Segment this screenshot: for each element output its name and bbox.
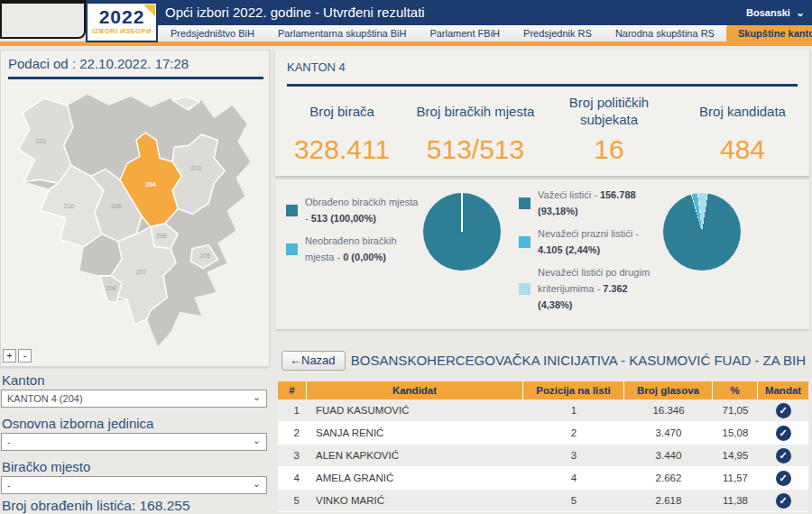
map-label-203: 203 — [190, 165, 201, 171]
cell-num: 3 — [278, 445, 307, 466]
map-panel: Podaci od : 22.10.2022. 17:28 201 203 20… — [0, 50, 270, 367]
bih-map-svg: 201 203 204 205 206 207 208 209 210 — [3, 82, 268, 348]
table-row: 1 FUAD KASUMOVIĆ 1 16.346 71,05 ✓ — [278, 399, 808, 422]
cell-pct: 15,08 — [713, 422, 758, 444]
cell-kandidat: SANJA RENIĆ — [307, 422, 523, 444]
tab-skupstine-kantona-fbih[interactable]: Skupštine kantona u FBiH — [726, 25, 812, 41]
bih-map[interactable]: 201 203 204 205 206 207 208 209 210 — [3, 82, 268, 348]
language-label: Bosanski — [746, 7, 790, 18]
data-timestamp: Podaci od : 22.10.2022. 17:28 — [8, 56, 189, 71]
cell-mandat: ✓ — [758, 445, 808, 466]
map-label-207: 207 — [136, 269, 147, 275]
col-header-pozicija: Pozicija na listi — [523, 381, 624, 399]
cell-num: 1 — [278, 399, 307, 421]
cell-glasova: 16.346 — [624, 399, 713, 421]
legend-text: Nevažeći prazni listići - 4.105 (2,44%) — [538, 226, 656, 258]
legend-item: Neobrađeno biračkih mjesta - 0 (0,00%) — [286, 234, 423, 265]
legend-text: Nevažeći listići po drugim kriterijumima… — [538, 265, 656, 313]
map-label-206: 206 — [111, 203, 122, 209]
cell-pct: 14,95 — [713, 445, 758, 466]
map-label-208: 208 — [106, 285, 116, 291]
cell-pozicija: 4 — [523, 467, 624, 489]
tab-predsjednistvo-bih[interactable]: Predsjedništvo BiH — [159, 25, 266, 41]
page-title: Opći izbori 2022. godine - Utvrđeni rezu… — [165, 0, 425, 25]
kanton-select-wrap: KANTON 4 (204) ⌄ — [1, 390, 267, 408]
cell-glasova: 3.440 — [624, 445, 713, 466]
map-label-210: 210 — [64, 203, 75, 209]
language-selector[interactable]: Bosanski⌄ — [746, 0, 805, 25]
cell-mandat: ✓ — [758, 422, 808, 444]
tab-parlament-fbih[interactable]: Parlament FBiH — [418, 25, 512, 41]
legend-swatch-teal — [286, 205, 298, 216]
ballots-pie-chart — [663, 193, 741, 271]
table-header-row: # Kandidat Pozicija na listi Broj glasov… — [278, 381, 808, 399]
col-header-num: # — [278, 381, 307, 399]
map-label-209: 209 — [156, 233, 167, 239]
col-header-pct: % — [713, 381, 758, 399]
legend-swatch-teal — [519, 197, 531, 209]
cell-mandat: ✓ — [758, 490, 808, 511]
stat-value: 484 — [676, 134, 809, 165]
back-button[interactable]: ←Nazad — [281, 351, 346, 371]
map-label-204: 204 — [145, 181, 156, 188]
canton-stats-card: KANTON 4 Broj birača 328.411 Broj biračk… — [275, 50, 809, 176]
cell-pozicija: 1 — [523, 399, 624, 421]
biracko-mjesto-select[interactable]: - — [1, 476, 267, 494]
mandate-check-icon: ✓ — [776, 403, 791, 418]
cell-kandidat: VINKO MARIĆ — [307, 490, 523, 511]
stat-label: Broj političkih subjekata — [542, 91, 676, 133]
pie-slice-divider — [461, 193, 463, 232]
kanton-select[interactable]: KANTON 4 (204) — [1, 390, 267, 408]
table-row: 4 AMELA GRANIĆ 4 2.662 11,57 ✓ — [278, 467, 808, 490]
mandate-check-icon: ✓ — [776, 448, 791, 464]
cell-kandidat: FUAD KASUMOVIĆ — [307, 399, 523, 421]
cell-mandat: ✓ — [758, 467, 808, 489]
cell-num: 2 — [278, 422, 307, 444]
cell-glasova: 3.470 — [624, 422, 713, 444]
chevron-down-icon: ⌄ — [796, 6, 805, 19]
legend-text: Važeći listići - 156.788 (93,18%) — [538, 188, 656, 219]
map-zoom-out-button[interactable]: - — [18, 349, 32, 363]
col-header-kandidat: Kandidat — [307, 381, 523, 399]
legend-item: Nevažeći listići po drugim kriterijumima… — [519, 265, 656, 313]
cell-glasova: 2.618 — [624, 490, 713, 511]
candidates-table: # Kandidat Pozicija na listi Broj glasov… — [278, 381, 808, 512]
cell-num: 4 — [278, 467, 307, 489]
stats-row: Broj birača 328.411 Broj biračkih mjesta… — [275, 91, 809, 165]
map-label-201: 201 — [36, 138, 47, 144]
nav-tabs: Predsjedništvo BiH Parlamentarna skupšti… — [159, 25, 812, 41]
stat-label: Broj kandidata — [676, 91, 809, 133]
logo-caption: IZBORI ИЗБОРИ — [88, 27, 156, 35]
stat-label: Broj biračkih mjesta — [409, 91, 542, 133]
legend-swatch-blue — [286, 243, 298, 255]
mandate-check-icon: ✓ — [776, 471, 791, 486]
flag-triangle-icon — [143, 5, 155, 16]
divider — [287, 84, 798, 87]
corner-box — [0, 0, 86, 39]
tab-narodna-skupstina-rs[interactable]: Narodna skupština RS — [604, 25, 726, 41]
izborna-jedinica-select[interactable]: - — [1, 433, 267, 451]
legend-swatch-pale-blue — [519, 283, 531, 295]
map-zoom-in-button[interactable]: + — [3, 349, 16, 363]
tab-predsjednik-rs[interactable]: Predsjednik RS — [512, 25, 604, 41]
stat-birackih-mjesta: Broj biračkih mjesta 513/513 — [409, 91, 542, 165]
pie-charts-card: Obrađeno biračkih mjesta - 513 (100,00%)… — [275, 180, 809, 329]
stat-broj-biraca: Broj birača 328.411 — [275, 91, 409, 165]
legend-item: Obrađeno biračkih mjesta - 513 (100,00%) — [286, 195, 423, 226]
divider — [8, 77, 263, 79]
cell-num: 5 — [278, 490, 307, 511]
cell-pct: 11,38 — [713, 490, 758, 511]
biracko-mjesto-label: Biračko mjesto — [2, 459, 90, 474]
biracko-mjesto-select-wrap: - ⌄ — [1, 476, 267, 494]
table-row: 2 SANJA RENIĆ 2 3.470 15,08 ✓ — [278, 422, 808, 445]
candidate-list-title: BOSANSKOHERCEGOVAČKA INICIJATIVA - KASUM… — [347, 353, 809, 368]
left-arrow-icon: ← — [290, 353, 301, 367]
stat-kandidata: Broj kandidata 484 — [676, 91, 809, 165]
table-row: 5 VINKO MARIĆ 5 2.618 11,38 ✓ — [278, 490, 808, 512]
col-header-mandat: Mandat — [758, 381, 808, 399]
stat-politickih-subjekata: Broj političkih subjekata 16 — [542, 91, 676, 165]
legend-text: Obrađeno biračkih mjesta - 513 (100,00%) — [305, 195, 423, 226]
tab-parlamentarna-skupstina-bih[interactable]: Parlamentarna skupština BiH — [266, 25, 418, 41]
cell-pct: 11,57 — [713, 467, 758, 489]
cell-kandidat: AMELA GRANIĆ — [307, 467, 523, 489]
